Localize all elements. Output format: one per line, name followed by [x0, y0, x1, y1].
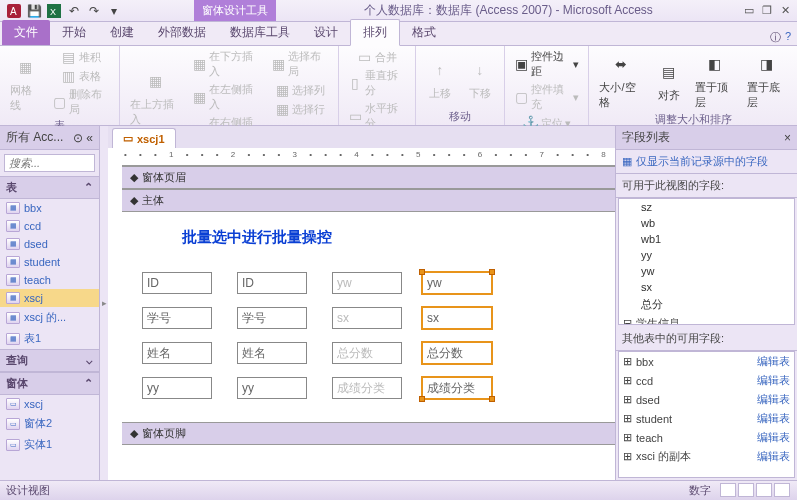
label-control[interactable]: 学号: [142, 307, 212, 329]
edit-table-link[interactable]: 编辑表: [757, 392, 790, 407]
field-item[interactable]: 总分: [619, 295, 794, 314]
nav-item[interactable]: ▦dsed: [0, 235, 99, 253]
move-up-button[interactable]: ↑上移: [422, 48, 458, 109]
field-list-toggle-link[interactable]: ▦仅显示当前记录源中的字段: [616, 150, 797, 174]
selection-handle[interactable]: [489, 396, 495, 402]
app-icon[interactable]: A: [5, 2, 23, 20]
tab-external[interactable]: 外部数据: [146, 20, 218, 45]
field-item[interactable]: wb: [619, 215, 794, 231]
field-item[interactable]: yy: [619, 247, 794, 263]
field-item[interactable]: wb1: [619, 231, 794, 247]
field-item[interactable]: sz: [619, 199, 794, 215]
move-down-button[interactable]: ↓下移: [462, 48, 498, 109]
label-control[interactable]: yy: [142, 377, 212, 399]
label-control[interactable]: 姓名: [142, 342, 212, 364]
nav-item[interactable]: ▭实体1: [0, 434, 99, 455]
view-switcher[interactable]: [719, 483, 791, 499]
nav-section-queries[interactable]: 查询⌵: [0, 349, 99, 372]
nav-item[interactable]: ▦teach: [0, 271, 99, 289]
field-item[interactable]: yw: [619, 263, 794, 279]
selection-handle[interactable]: [419, 269, 425, 275]
chevron-down-icon[interactable]: ⊙ «: [73, 131, 93, 145]
tab-design[interactable]: 设计: [302, 20, 350, 45]
section-footer-bar[interactable]: ◆窗体页脚: [122, 422, 615, 445]
tab-home[interactable]: 开始: [50, 20, 98, 45]
nav-item[interactable]: ▦xscj 的...: [0, 307, 99, 328]
other-table-row[interactable]: ⊞student编辑表: [619, 409, 794, 428]
select-layout-button[interactable]: ▦选择布局: [268, 48, 332, 80]
select-row-button[interactable]: ▦选择行: [268, 100, 332, 118]
undo-icon[interactable]: ↶: [65, 2, 83, 20]
selection-handle[interactable]: [419, 396, 425, 402]
remove-layout-button[interactable]: ▢删除布局: [49, 86, 113, 118]
insert-left-button[interactable]: ▦在左侧插入: [189, 81, 263, 113]
edit-table-link[interactable]: 编辑表: [757, 449, 790, 464]
tab-format[interactable]: 格式: [400, 20, 448, 45]
bring-front-button[interactable]: ◧置于顶层: [691, 48, 739, 112]
edit-table-link[interactable]: 编辑表: [757, 430, 790, 445]
textbox-control[interactable]: ID: [237, 272, 307, 294]
minimize-icon[interactable]: ▭: [741, 4, 757, 18]
nav-splitter[interactable]: ▸: [100, 126, 108, 480]
stacked-button[interactable]: ▤堆积: [49, 48, 113, 66]
close-icon[interactable]: ✕: [777, 4, 793, 18]
edit-table-link[interactable]: 编辑表: [757, 411, 790, 426]
sizespace-button[interactable]: ⬌大小/空格: [595, 48, 646, 112]
edit-table-link[interactable]: 编辑表: [757, 373, 790, 388]
tab-create[interactable]: 创建: [98, 20, 146, 45]
textbox-control[interactable]: 姓名: [237, 342, 307, 364]
nav-section-tables[interactable]: 表⌃: [0, 176, 99, 199]
excel-icon[interactable]: X: [45, 2, 63, 20]
doc-tab[interactable]: ▭xscj1: [112, 128, 176, 148]
nav-item[interactable]: ▦student: [0, 253, 99, 271]
other-table-row[interactable]: ⊞teach编辑表: [619, 428, 794, 447]
close-icon[interactable]: ×: [784, 131, 791, 145]
tab-file[interactable]: 文件: [2, 20, 50, 45]
form-designer[interactable]: ◆窗体页眉 ◆主体 批量选中进行批量操控 ID 学号 姓名 yy ID 学号 姓…: [108, 148, 615, 480]
field-list-header[interactable]: 字段列表×: [616, 126, 797, 150]
nav-item[interactable]: ▭窗体2: [0, 413, 99, 434]
other-table-row[interactable]: ⊞xsci 的副本编辑表: [619, 447, 794, 466]
edit-table-link[interactable]: 编辑表: [757, 354, 790, 369]
textbox-control[interactable]: yy: [237, 377, 307, 399]
send-back-button[interactable]: ◨置于底层: [743, 48, 791, 112]
available-fields-list[interactable]: sz wb wb1 yy yw sx 总分 ⊟学生信息 学生信息.FileDat…: [618, 198, 795, 325]
field-tree-node[interactable]: ⊟学生信息: [619, 314, 794, 325]
textbox-control-selected[interactable]: sx: [422, 307, 492, 329]
tab-dbtools[interactable]: 数据库工具: [218, 20, 302, 45]
section-header-bar[interactable]: ◆窗体页眉: [122, 166, 615, 189]
nav-item[interactable]: ▭xscj: [0, 395, 99, 413]
tab-arrange[interactable]: 排列: [350, 19, 400, 46]
label-control[interactable]: yw: [332, 272, 402, 294]
select-col-button[interactable]: ▦选择列: [268, 81, 332, 99]
align-button[interactable]: ▤对齐: [651, 48, 687, 112]
vsplit-button[interactable]: ▯垂直拆分: [345, 67, 409, 99]
qat-more-icon[interactable]: ▾: [105, 2, 123, 20]
selection-handle[interactable]: [489, 269, 495, 275]
label-control[interactable]: 总分数: [332, 342, 402, 364]
label-control[interactable]: 成绩分类: [332, 377, 402, 399]
textbox-control-selected[interactable]: 总分数: [422, 342, 492, 364]
padding-button[interactable]: ▢控件填充 ▾: [511, 81, 583, 113]
save-icon[interactable]: 💾: [25, 2, 43, 20]
nav-item[interactable]: ▦bbx: [0, 199, 99, 217]
field-item[interactable]: sx: [619, 279, 794, 295]
insert-below-button[interactable]: ▦在下方插入: [189, 48, 263, 80]
help-icon[interactable]: ?: [785, 30, 791, 45]
other-table-row[interactable]: ⊞dsed编辑表: [619, 390, 794, 409]
nav-pane-header[interactable]: 所有 Acc... ⊙ «: [0, 126, 99, 150]
restore-icon[interactable]: ❐: [759, 4, 775, 18]
nav-item[interactable]: ▦ccd: [0, 217, 99, 235]
detail-section[interactable]: 批量选中进行批量操控 ID 学号 姓名 yy ID 学号 姓名 yy yw sx…: [122, 212, 615, 422]
other-table-row[interactable]: ⊞ccd编辑表: [619, 371, 794, 390]
label-control[interactable]: ID: [142, 272, 212, 294]
textbox-control-selected[interactable]: 成绩分类: [422, 377, 492, 399]
tabular-button[interactable]: ▥表格: [49, 67, 113, 85]
textbox-control-selected[interactable]: yw: [422, 272, 492, 294]
nav-item-selected[interactable]: ▦xscj: [0, 289, 99, 307]
gridlines-button[interactable]: ▦网格线: [6, 48, 45, 118]
other-table-row[interactable]: ⊞bbx编辑表: [619, 352, 794, 371]
merge-button[interactable]: ▭合并: [345, 48, 409, 66]
label-control[interactable]: sx: [332, 307, 402, 329]
other-tables-list[interactable]: ⊞bbx编辑表 ⊞ccd编辑表 ⊞dsed编辑表 ⊞student编辑表 ⊞te…: [618, 351, 795, 478]
